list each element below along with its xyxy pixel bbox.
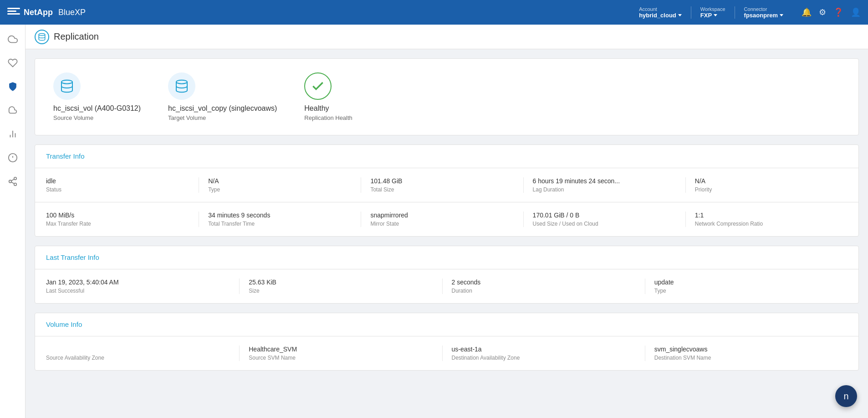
connector-selector[interactable]: Connector fpsaonprem — [735, 6, 792, 19]
priority-value: N/A — [695, 177, 838, 185]
workspace-value: FXP — [700, 12, 717, 19]
max-transfer-rate-label: Max Transfer Rate — [46, 221, 189, 227]
main-content: Replication hc_iscsi_vol — [0, 25, 868, 418]
last-transfer-duration-label: Duration — [452, 288, 636, 294]
sidebar — [0, 25, 26, 418]
transfer-type-value: N/A — [208, 177, 352, 185]
mirror-state-label: Mirror State — [370, 221, 514, 227]
account-chevron-icon — [678, 14, 682, 16]
connector-value: fpsaonprem — [744, 12, 783, 19]
sidebar-item-chart[interactable] — [5, 127, 20, 141]
last-transfer-duration-value: 2 seconds — [452, 279, 636, 286]
svg-point-13 — [176, 80, 187, 84]
last-transfer-duration-item: 2 seconds Duration — [452, 279, 645, 294]
brand-name: NetApp — [24, 8, 53, 17]
source-az-value — [46, 346, 230, 353]
compression-ratio-item: 1:1 Network Compression Ratio — [695, 212, 848, 227]
source-az-item: Source Availability Zone — [46, 346, 240, 361]
svg-point-7 — [9, 180, 11, 183]
netapp-logo-icon — [7, 8, 20, 17]
total-transfer-time-label: Total Transfer Time — [208, 221, 352, 227]
floating-action-label: n — [843, 391, 848, 402]
transfer-status-value: idle — [46, 177, 189, 185]
source-volume-label: Source Volume — [53, 114, 93, 121]
account-selector[interactable]: Account hybrid_cloud — [630, 6, 691, 19]
sidebar-item-cloud[interactable] — [5, 32, 20, 46]
settings-icon[interactable]: ⚙ — [819, 7, 826, 17]
used-size-label: Used Size / Used on Cloud — [533, 221, 676, 227]
last-transfer-type-item: update Type — [654, 279, 848, 294]
last-transfer-info-title: Last Transfer Info — [46, 253, 99, 261]
header-navigation: Account hybrid_cloud Workspace FXP Conne… — [630, 6, 792, 19]
last-transfer-size-value: 25.63 KiB — [249, 279, 433, 286]
source-volume-name: hc_iscsi_vol (A400-G0312) — [53, 104, 141, 113]
lag-duration-label: Lag Duration — [533, 186, 676, 193]
transfer-type-item: N/A Type — [208, 177, 361, 193]
notification-icon[interactable]: 🔔 — [802, 7, 812, 17]
mirror-state-item: snapmirrored Mirror State — [370, 212, 523, 227]
compression-ratio-value: 1:1 — [695, 212, 838, 219]
last-transfer-info-card: Last Transfer Info Jan 19, 2023, 5:40:04… — [35, 246, 859, 304]
account-label: Account — [639, 6, 657, 12]
source-volume-item: hc_iscsi_vol (A400-G0312) Source Volume — [53, 72, 141, 121]
workspace-label: Workspace — [700, 6, 725, 12]
used-size-value: 170.01 GiB / 0 B — [533, 212, 676, 219]
mirror-state-value: snapmirrored — [370, 212, 514, 219]
source-svm-value: Healthcare_SVM — [249, 346, 433, 353]
volume-card-content: hc_iscsi_vol (A400-G0312) Source Volume … — [35, 59, 858, 135]
page-title: Replication — [54, 31, 99, 42]
compression-ratio-label: Network Compression Ratio — [695, 221, 838, 227]
target-volume-label: Target Volume — [168, 114, 206, 121]
max-transfer-rate-item: 100 MiB/s Max Transfer Rate — [46, 212, 199, 227]
connector-chevron-icon — [780, 14, 783, 16]
workspace-selector[interactable]: Workspace FXP — [691, 6, 735, 19]
transfer-info-header: Transfer Info — [35, 145, 858, 168]
content-area: hc_iscsi_vol (A400-G0312) Source Volume … — [26, 49, 868, 418]
sidebar-item-storage[interactable] — [5, 103, 20, 118]
volume-info-title: Volume Info — [46, 320, 82, 328]
dest-az-value: us-east-1a — [452, 346, 636, 353]
app-logo: NetApp BlueXP — [7, 8, 86, 17]
total-size-item: 101.48 GiB Total Size — [370, 177, 523, 193]
priority-label: Priority — [695, 186, 838, 193]
transfer-status-item: idle Status — [46, 177, 199, 193]
transfer-type-label: Type — [208, 186, 352, 193]
floating-action-button[interactable]: n — [835, 385, 857, 407]
sidebar-item-shield[interactable] — [5, 79, 20, 94]
sidebar-item-settings[interactable] — [5, 150, 20, 165]
source-svm-label: Source SVM Name — [249, 355, 433, 361]
svg-line-10 — [11, 179, 14, 181]
last-transfer-info-row-1: Jan 19, 2023, 5:40:04 AM Last Successful… — [35, 269, 858, 303]
page-header: Replication — [26, 25, 868, 49]
user-icon[interactable]: 👤 — [851, 7, 861, 17]
volume-info-card: Volume Info Source Availability Zone Hea… — [35, 313, 859, 371]
last-transfer-info-header: Last Transfer Info — [35, 246, 858, 269]
sidebar-item-integrations[interactable] — [5, 174, 20, 189]
last-transfer-type-label: Type — [654, 288, 838, 294]
last-successful-value: Jan 19, 2023, 5:40:04 AM — [46, 279, 230, 286]
health-label: Replication Health — [304, 114, 352, 121]
target-volume-item: hc_iscsi_vol_copy (singlecvoaws) Target … — [168, 72, 277, 121]
total-transfer-time-value: 34 minutes 9 seconds — [208, 212, 352, 219]
source-az-label: Source Availability Zone — [46, 355, 230, 361]
app-header: NetApp BlueXP Account hybrid_cloud Works… — [0, 0, 868, 25]
transfer-info-row-1: idle Status N/A Type 101.48 GiB Total Si… — [35, 168, 858, 202]
svg-point-8 — [14, 183, 16, 186]
svg-point-11 — [39, 33, 45, 36]
account-value: hybrid_cloud — [639, 12, 682, 19]
sidebar-item-health[interactable] — [5, 56, 20, 70]
svg-point-6 — [14, 177, 16, 180]
replication-header-icon — [35, 30, 49, 44]
svg-line-9 — [11, 182, 14, 184]
transfer-info-title: Transfer Info — [46, 152, 84, 160]
replication-health-item: Healthy Replication Health — [304, 72, 352, 121]
dest-svm-label: Destination SVM Name — [654, 355, 838, 361]
volume-summary-card: hc_iscsi_vol (A400-G0312) Source Volume … — [35, 58, 859, 135]
source-svm-item: Healthcare_SVM Source SVM Name — [249, 346, 442, 361]
last-transfer-size-label: Size — [249, 288, 433, 294]
transfer-status-label: Status — [46, 186, 189, 193]
total-size-value: 101.48 GiB — [370, 177, 514, 185]
last-successful-item: Jan 19, 2023, 5:40:04 AM Last Successful — [46, 279, 240, 294]
last-transfer-type-value: update — [654, 279, 838, 286]
help-icon[interactable]: ❓ — [833, 7, 843, 17]
